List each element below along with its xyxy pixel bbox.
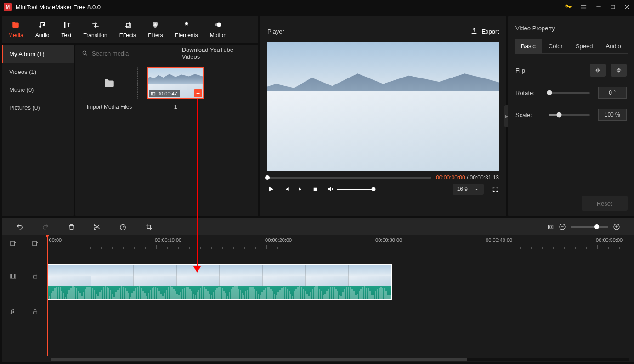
minimize-button[interactable] [595,4,602,10]
svg-rect-0 [611,5,615,9]
sidebar-item-pictures[interactable]: Pictures (0) [2,99,74,117]
property-tab-color[interactable]: Color [542,39,569,53]
undo-button[interactable] [16,223,23,231]
tab-motion[interactable]: Motion [210,20,226,39]
playhead[interactable] [47,235,48,356]
tab-transition[interactable]: Transition [83,20,107,39]
premium-key-icon[interactable] [565,3,572,11]
tab-filters[interactable]: Filters [148,20,163,39]
folder-icon [11,20,20,29]
stop-button[interactable] [312,186,318,192]
import-media-button[interactable]: Import Media Files [81,67,138,110]
collapse-panel-button[interactable]: ▶ [504,105,508,127]
main-toolbar: Media Audio TT Text Transition Effects F… [2,16,258,43]
scrub-slider[interactable] [267,177,431,179]
aspect-ratio-select[interactable]: 16:9 [453,184,484,195]
import-label: Import Media Files [81,104,138,110]
zoom-slider[interactable] [571,226,608,228]
zoom-out-button[interactable] [559,223,566,230]
menu-icon[interactable] [580,4,587,11]
svg-point-12 [94,224,96,226]
svg-point-5 [154,24,158,28]
scale-value[interactable]: 100 % [598,109,627,121]
export-label: Export [481,28,499,35]
split-button[interactable] [93,223,101,230]
flip-label: Flip: [515,67,540,74]
fit-zoom-button[interactable] [547,224,554,230]
flip-horizontal-button[interactable] [590,64,606,77]
time-display: 00:00:00:00 / 00:00:31:13 [436,174,499,181]
scale-label: Scale: [515,112,540,118]
download-youtube-button[interactable]: Download YouTube Videos [173,46,252,60]
preview-viewport[interactable] [267,42,499,171]
redo-button[interactable] [42,223,50,231]
filters-icon [151,20,159,29]
drag-arrow-annotation [197,99,198,272]
sidebar-item-my-album[interactable]: My Album (1) [2,45,74,63]
delete-button[interactable] [68,223,75,231]
motion-icon [214,20,222,29]
rotate-label: Rotate: [515,90,540,96]
video-track-lock-button[interactable] [32,273,38,280]
app-title: MiniTool MovieMaker Free 8.0.0 [16,4,565,11]
audio-track-icon [10,308,16,315]
export-button[interactable]: Export [470,28,499,35]
app-logo-icon: M [4,3,12,11]
timeline-ruler[interactable]: 00:00 00:00:10:00 00:00:20:00 00:00:30:0… [46,235,634,251]
tab-label: Effects [119,32,136,39]
elements-icon [182,20,191,29]
tab-audio[interactable]: Audio [35,20,50,39]
timeline-panel: 00:00 00:00:10:00 00:00:20:00 00:00:30:0… [2,218,634,362]
svg-rect-15 [548,225,553,229]
property-title: Video Property [508,16,634,36]
svg-rect-11 [314,187,317,191]
flip-vertical-button[interactable] [611,64,627,77]
sidebar-item-videos[interactable]: Videos (1) [2,63,74,81]
tab-label: Motion [210,32,226,39]
crop-button[interactable] [145,223,153,230]
svg-rect-22 [33,311,37,314]
tab-effects[interactable]: Effects [119,20,136,39]
clip-duration: 00:00:47 [149,90,180,97]
svg-rect-2 [126,23,130,28]
tab-label: Transition [83,32,107,39]
tab-text[interactable]: TT Text [61,20,71,39]
volume-slider[interactable] [337,189,374,190]
timeline-clip[interactable]: 1 [47,264,392,300]
title-bar: M MiniTool MovieMaker Free 8.0.0 [0,0,634,14]
rotate-slider[interactable] [549,92,590,94]
volume-icon[interactable] [327,185,334,193]
property-tab-basic[interactable]: Basic [515,39,542,53]
fullscreen-button[interactable] [492,186,499,193]
timeline-scrollbar[interactable] [51,358,629,361]
property-tab-speed[interactable]: Speed [569,39,600,53]
audio-track-lock-button[interactable] [32,308,38,315]
next-frame-button[interactable] [298,186,304,192]
property-tab-audio[interactable]: Audio [599,39,627,53]
audio-track[interactable] [46,302,634,325]
sidebar-item-music[interactable]: Music (0) [2,81,74,99]
close-button[interactable] [624,4,630,10]
play-button[interactable] [267,185,275,193]
clip-index: 1 [147,104,204,110]
tab-label: Text [61,32,71,39]
video-track[interactable]: 1 [46,264,634,301]
text-icon: TT [62,20,71,29]
zoom-in-button[interactable] [613,223,620,230]
remove-track-button[interactable] [32,240,39,247]
tab-label: Audio [35,32,50,39]
reset-button[interactable]: Reset [582,196,628,211]
rotate-value[interactable]: 0 ° [598,87,627,99]
prev-frame-button[interactable] [283,186,289,192]
add-clip-button[interactable]: + [194,89,202,97]
svg-rect-21 [34,275,37,278]
speed-button[interactable] [119,223,127,231]
maximize-button[interactable] [610,4,616,10]
timeline-tracks[interactable]: 00:00 00:00:10:00 00:00:20:00 00:00:30:0… [46,235,634,362]
tab-media[interactable]: Media [8,20,23,39]
scale-slider[interactable] [549,114,590,116]
add-track-button[interactable] [10,240,17,247]
media-clip-item[interactable]: 00:00:47 + 1 [147,67,204,110]
tab-elements[interactable]: Elements [175,20,198,39]
search-input[interactable] [92,50,169,57]
